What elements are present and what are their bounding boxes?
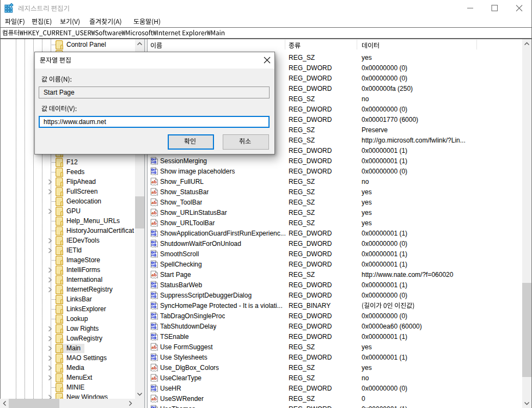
svg-text:ab: ab (151, 200, 157, 205)
svg-text:ab: ab (151, 179, 157, 184)
svg-text:ab: ab (151, 210, 157, 215)
svg-text:ab: ab (151, 365, 157, 370)
svg-text:ab: ab (151, 396, 157, 401)
svg-text:ab: ab (151, 272, 157, 277)
svg-text:ab: ab (151, 375, 157, 381)
svg-text:ab: ab (151, 344, 157, 350)
svg-text:ab: ab (151, 189, 157, 195)
svg-text:ab: ab (151, 220, 157, 226)
